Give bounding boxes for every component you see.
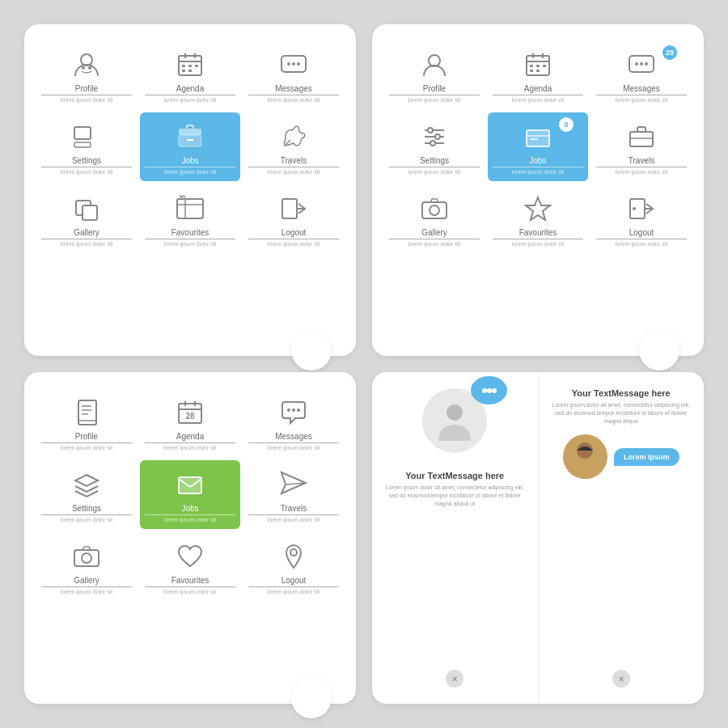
logout-icon-3 bbox=[279, 542, 308, 571]
agenda-label: Agenda bbox=[145, 84, 235, 95]
speech-bubble-right: Lorem Ipsum bbox=[614, 448, 679, 466]
svg-point-45 bbox=[435, 134, 440, 139]
panel-circle-1 bbox=[291, 330, 332, 370]
svg-rect-25 bbox=[282, 199, 297, 218]
favourites-label: Favourites bbox=[145, 228, 235, 239]
svg-rect-50 bbox=[630, 132, 653, 146]
svg-rect-34 bbox=[543, 65, 546, 67]
settings-cell-3[interactable]: Settings lorem ipsum dolor sit bbox=[36, 460, 137, 529]
jobs-badge: 8 bbox=[559, 117, 574, 132]
favourites-icon-2 bbox=[523, 194, 552, 223]
svg-point-40 bbox=[645, 62, 648, 66]
svg-point-2 bbox=[88, 66, 91, 70]
grid-3: Profile lorem ipsum dolor sit 28 Agenda … bbox=[36, 388, 344, 601]
profile-cell[interactable]: Profile lorem ipsum dolor sit bbox=[36, 40, 137, 109]
svg-point-39 bbox=[640, 62, 643, 66]
logout-cell-2[interactable]: Logout lorem ipsum dolor sit bbox=[591, 184, 692, 253]
gallery-cell-2[interactable]: Gallery lorem ipsum dolor sit bbox=[384, 184, 485, 253]
messages-cell-3[interactable]: Messages lorem ipsum dolor sit bbox=[243, 388, 344, 457]
svg-rect-35 bbox=[530, 70, 533, 72]
travels-cell[interactable]: Travels lorem ipsum dolor sit bbox=[243, 112, 344, 181]
gallery-cell[interactable]: Gallery lorem ipsum dolor sit bbox=[36, 184, 137, 253]
svg-rect-17 bbox=[74, 142, 91, 147]
panel-circle-2 bbox=[639, 330, 679, 370]
profile-label: Profile bbox=[41, 84, 132, 95]
profile-label-3: Profile bbox=[41, 432, 132, 443]
svg-rect-18 bbox=[179, 129, 201, 135]
gallery-cell-3[interactable]: Gallery lorem ipsum dolor sit bbox=[36, 532, 137, 601]
agenda-label-2: Agenda bbox=[493, 84, 583, 95]
svg-rect-16 bbox=[74, 127, 91, 139]
panel-1: Profile lorem ipsum dolor sit Agenda lor… bbox=[24, 24, 356, 356]
messages-cell[interactable]: Messages lorem ipsum dolor sit bbox=[243, 40, 344, 109]
favourites-icon-3 bbox=[176, 542, 205, 571]
favourites-icon bbox=[176, 194, 205, 223]
jobs-icon-3 bbox=[176, 470, 205, 499]
travels-cell-2[interactable]: Travels lorem ipsum dolor sit bbox=[591, 112, 692, 181]
settings-cell-2[interactable]: Settings lorem ipsum dolor sit bbox=[384, 112, 485, 181]
gallery-icon-3 bbox=[72, 542, 101, 571]
travels-label-2: Travels bbox=[596, 156, 687, 167]
avatar-wrapper-right: Lorem Ipsum bbox=[563, 434, 679, 479]
agenda-cell[interactable]: Agenda lorem ipsum dolor sit bbox=[140, 40, 240, 109]
messages-icon-2 bbox=[627, 50, 656, 79]
settings-label-3: Settings bbox=[41, 504, 132, 515]
jobs-cell-3[interactable]: Jobs lorem ipsum dolor sit bbox=[140, 460, 240, 529]
panel-circle-3 bbox=[291, 678, 332, 718]
chat-title-left: Your TextMessage here bbox=[405, 471, 504, 480]
svg-point-75 bbox=[82, 553, 91, 563]
favourites-cell-3[interactable]: Favourites lorem ipsum dolor sit bbox=[140, 532, 240, 601]
svg-rect-47 bbox=[527, 130, 549, 146]
close-btn-right[interactable]: ✕ bbox=[612, 670, 630, 688]
agenda-cell-2[interactable]: Agenda lorem ipsum dolor sit bbox=[488, 40, 588, 109]
svg-rect-22 bbox=[177, 199, 203, 218]
jobs-icon-2 bbox=[523, 122, 552, 151]
svg-point-38 bbox=[635, 62, 638, 66]
settings-icon-2 bbox=[420, 122, 449, 151]
svg-rect-71 bbox=[179, 477, 201, 493]
speech-bubble-left bbox=[471, 376, 507, 404]
jobs-cell-2[interactable]: 8 Jobs lorem ipsum dolor sit bbox=[488, 112, 588, 181]
svg-point-14 bbox=[292, 62, 295, 66]
svg-point-44 bbox=[428, 128, 433, 133]
gallery-label-3: Gallery bbox=[41, 576, 132, 587]
agenda-icon-2 bbox=[523, 50, 552, 79]
logout-cell[interactable]: Logout lorem ipsum dolor sit bbox=[243, 184, 344, 253]
travels-icon bbox=[279, 122, 308, 151]
profile-icon-2 bbox=[420, 50, 449, 79]
svg-rect-11 bbox=[188, 70, 192, 72]
svg-point-15 bbox=[297, 62, 300, 66]
messages-label: Messages bbox=[248, 84, 339, 95]
messages-cell-2[interactable]: 28 Messages lorem ipsum dolor sit bbox=[591, 40, 692, 109]
svg-rect-7 bbox=[182, 65, 185, 67]
profile-cell-2[interactable]: Profile lorem ipsum dolor sit bbox=[384, 40, 485, 109]
favourites-cell[interactable]: Favourites lorem ipsum dolor sit bbox=[140, 184, 240, 253]
phone-screen-right: Your TextMessage here Lorem ipsum dolor … bbox=[539, 372, 705, 704]
logout-cell-3[interactable]: Logout lorem ipsum dolor sit bbox=[243, 532, 344, 601]
logout-label-2: Logout bbox=[596, 228, 687, 239]
avatar-left bbox=[422, 388, 487, 453]
settings-icon bbox=[72, 122, 101, 151]
svg-point-0 bbox=[81, 54, 92, 66]
favourites-cell-2[interactable]: Favourites lorem ipsum dolor sit bbox=[488, 184, 588, 253]
chat-body-left: Lorem ipsum dolor sit amet, consectetur … bbox=[384, 484, 526, 507]
svg-marker-54 bbox=[526, 197, 550, 220]
jobs-cell[interactable]: Jobs lorem ipsum dolor sit bbox=[140, 112, 240, 181]
travels-cell-3[interactable]: Travels lorem ipsum dolor sit bbox=[243, 460, 344, 529]
panel-4-chat: Your TextMessage here Lorem ipsum dolor … bbox=[372, 372, 704, 704]
messages-label-2: Messages bbox=[596, 84, 687, 95]
logout-label-3: Logout bbox=[248, 576, 339, 587]
settings-cell[interactable]: Settings lorem ipsum dolor sit bbox=[36, 112, 137, 181]
svg-point-1 bbox=[82, 66, 85, 70]
svg-rect-9 bbox=[195, 65, 198, 67]
svg-point-78 bbox=[482, 388, 487, 393]
agenda-cell-3[interactable]: 28 Agenda lorem ipsum dolor sit bbox=[140, 388, 240, 457]
jobs-icon bbox=[176, 122, 205, 151]
svg-rect-32 bbox=[530, 65, 533, 67]
travels-label: Travels bbox=[248, 156, 339, 167]
svg-point-79 bbox=[487, 388, 492, 393]
jobs-label: Jobs bbox=[145, 156, 235, 167]
svg-point-77 bbox=[447, 404, 463, 421]
profile-cell-3[interactable]: Profile lorem ipsum dolor sit bbox=[36, 388, 137, 457]
close-btn-left[interactable]: ✕ bbox=[446, 670, 463, 688]
